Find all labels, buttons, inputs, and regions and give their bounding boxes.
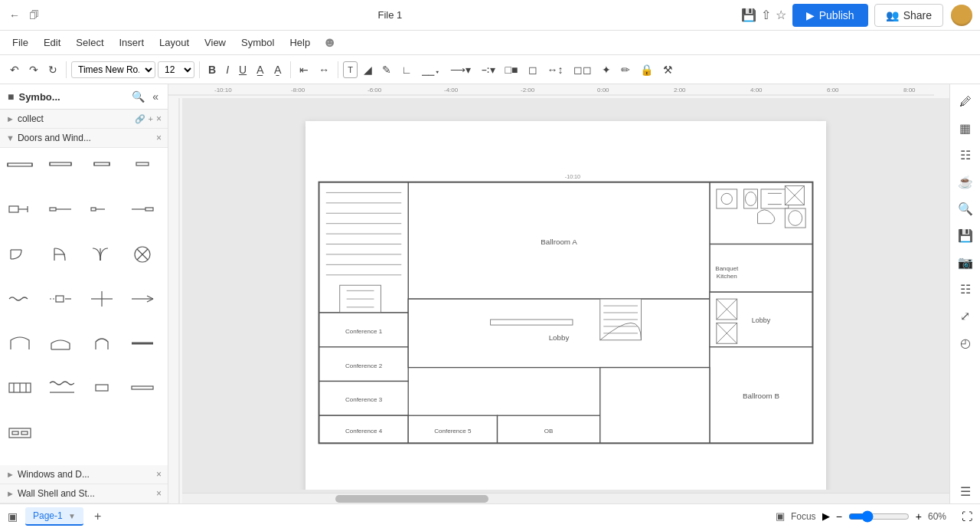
menu-layout[interactable]: Layout (153, 34, 195, 51)
strikethrough-button[interactable]: A̱ (270, 61, 286, 79)
symbol-door-2[interactable] (44, 151, 77, 179)
right-panel-search-button[interactable]: 🔍 (953, 197, 978, 221)
symbol-bracket-1[interactable] (3, 419, 37, 447)
redo-button[interactable]: ↷ (25, 61, 42, 79)
symbol-line-thick[interactable] (126, 330, 159, 357)
symbol-arc-door-1[interactable] (3, 241, 37, 268)
page-tab-1[interactable]: Page-1 ▼ (25, 507, 83, 526)
symbol-8[interactable] (126, 195, 159, 223)
symbol-6[interactable] (44, 195, 77, 223)
font-size-select[interactable]: 12 (158, 61, 194, 78)
symbol-wave-1[interactable] (3, 285, 37, 313)
wallshell-close-button[interactable]: × (156, 488, 162, 499)
symbol-t-shape[interactable] (85, 285, 119, 313)
connector-button[interactable]: ∟ (397, 61, 416, 79)
windows-section-header[interactable]: ► Windows and D... × (0, 465, 168, 484)
collect-add-button[interactable]: + (149, 114, 153, 123)
search-panel-button[interactable]: 🔍 (130, 89, 146, 104)
text-box-button[interactable]: T (343, 61, 358, 78)
right-panel-image-button[interactable]: 📷 (953, 251, 978, 274)
wallshell-section-header[interactable]: ► Wall Shell and St... × (0, 484, 168, 503)
arrow-style-button[interactable]: ⟶▾ (446, 61, 475, 79)
fill-button[interactable]: ◢ (360, 61, 376, 79)
right-panel-style-button[interactable]: 🖉 (955, 90, 976, 113)
font-color-button[interactable]: A̲ (253, 61, 268, 79)
right-panel-fullscreen-button[interactable]: ⤢ (956, 304, 975, 328)
underline-button[interactable]: U (235, 61, 250, 79)
symbol-line-dash[interactable] (44, 285, 77, 313)
bold-button[interactable]: B (204, 61, 220, 79)
add-page-button[interactable]: + (91, 510, 104, 523)
back-button[interactable]: ← (6, 6, 23, 25)
symbol-gate-1[interactable] (3, 374, 37, 402)
font-family-select[interactable]: Times New Ro... (71, 61, 155, 78)
right-panel-grid-button[interactable]: ☷ (956, 143, 975, 167)
star-icon[interactable]: ☆ (776, 8, 786, 22)
share-button[interactable]: 👥 Share (874, 4, 943, 27)
line-style-button[interactable]: ⎯⎯▾ (418, 61, 444, 79)
symbol-arch-1[interactable] (3, 330, 37, 357)
page-icon-button[interactable]: ▣ (8, 510, 18, 523)
collapse-button[interactable]: ◻◻ (570, 61, 596, 79)
doors-close-button[interactable]: × (156, 133, 162, 143)
menu-edit[interactable]: Edit (38, 34, 67, 51)
right-panel-format-button[interactable]: ▦ (955, 116, 975, 140)
right-panel-table-button[interactable]: ☷ (956, 277, 975, 301)
save-icon[interactable]: 💾 (741, 8, 756, 22)
menu-insert[interactable]: Insert (113, 34, 151, 51)
collect-link-button[interactable]: 🔗 (135, 114, 145, 124)
symbol-arc-door-2[interactable] (44, 241, 77, 268)
symbol-wide-bar[interactable] (126, 374, 159, 402)
menu-select[interactable]: Select (70, 34, 109, 51)
collect-section-header[interactable]: ► collect 🔗 + × (0, 110, 168, 129)
extras-button[interactable]: ✦ (598, 61, 615, 79)
symbol-arch-2[interactable] (44, 330, 77, 357)
symbol-rect-small[interactable] (85, 374, 119, 402)
symbol-line-end[interactable] (126, 285, 159, 313)
undo-button[interactable]: ↶ (6, 61, 23, 79)
expand-button[interactable]: ↔↕ (544, 61, 567, 79)
symbol-5[interactable] (3, 195, 37, 223)
symbol-circle-x[interactable] (126, 241, 159, 268)
symbol-gate-2[interactable] (44, 374, 77, 402)
shape-button[interactable]: ◻ (524, 61, 541, 79)
doors-section-header[interactable]: ▼ Doors and Wind... × (0, 129, 168, 148)
lock-button[interactable]: 🔒 (636, 61, 657, 79)
menu-help[interactable]: Help (283, 34, 316, 51)
right-panel-data-button[interactable]: 💾 (953, 224, 978, 248)
help-extra-icon[interactable]: ☻ (319, 34, 340, 51)
avatar[interactable] (949, 3, 974, 28)
menu-symbol[interactable]: Symbol (235, 34, 280, 51)
zoom-in-button[interactable]: + (916, 510, 922, 523)
horizontal-scrollbar[interactable] (182, 493, 949, 503)
fullscreen-button[interactable]: ⛶ (962, 510, 972, 523)
italic-button[interactable]: I (222, 61, 233, 79)
symbol-7[interactable] (85, 195, 119, 223)
symbol-arc-door-3[interactable] (85, 241, 119, 268)
hscroll-thumb[interactable] (335, 495, 488, 503)
symbol-door-1[interactable] (3, 151, 37, 179)
menu-file[interactable]: File (6, 34, 34, 51)
right-panel-history-button[interactable]: ◴ (956, 331, 975, 355)
layout-icon[interactable]: ▣ (776, 510, 785, 522)
share-icon[interactable]: ⇧ (761, 8, 771, 22)
symbol-door-4[interactable] (126, 151, 159, 179)
zoom-slider[interactable] (848, 510, 910, 523)
menu-view[interactable]: View (198, 34, 232, 51)
canvas-inner[interactable]: Banquet Kitchen Ballroom A (182, 98, 949, 490)
zoom-out-button[interactable]: − (836, 510, 842, 523)
container-button[interactable]: □■ (501, 61, 522, 79)
collapse-panel-button[interactable]: « (151, 89, 160, 104)
symbol-door-3[interactable] (85, 151, 119, 179)
waypoint-button[interactable]: ∹▾ (477, 61, 499, 79)
collect-close-button[interactable]: × (156, 113, 162, 124)
symbol-arch-3[interactable] (85, 330, 119, 357)
right-panel-layers-button[interactable]: ☕ (953, 170, 978, 194)
play-button[interactable]: ▶ (822, 510, 830, 522)
right-panel-list-button[interactable]: ☰ (956, 480, 975, 503)
align-button[interactable]: ↔ (315, 61, 333, 79)
canvas-area[interactable]: -10:10 -8:00 -6:00 -4:00 -2:00 0:00 2:00… (168, 84, 949, 503)
windows-close-button[interactable]: × (156, 469, 162, 480)
edit-button[interactable]: ✏ (617, 61, 634, 79)
align-left-button[interactable]: ⇤ (296, 61, 312, 79)
